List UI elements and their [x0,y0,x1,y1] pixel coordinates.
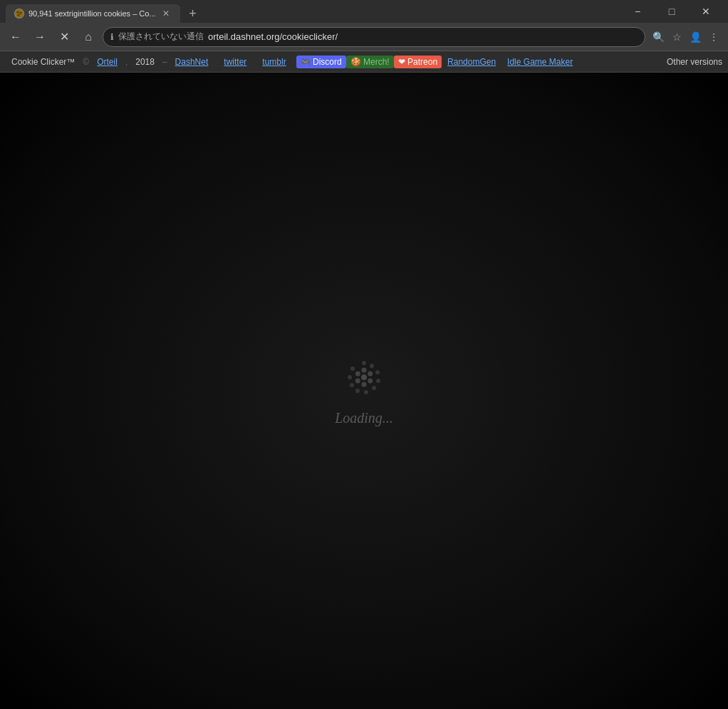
back-button[interactable]: ← [6,27,26,47]
svg-point-4 [361,374,367,380]
window-controls: − □ ✕ [621,0,722,23]
bookmark-twitter[interactable]: twitter [218,56,252,68]
bookmark-sep3: – [160,57,170,67]
maximize-button[interactable]: □ [655,0,688,23]
bookmark-cookie-clicker: Cookie Clicker™ [6,56,80,68]
tab-close-button[interactable]: ✕ [160,8,172,19]
bookmark-patreon[interactable]: ❤ Patreon [394,56,442,68]
home-button[interactable]: ⌂ [78,27,98,47]
minimize-button[interactable]: − [621,0,654,23]
address-bar[interactable]: ℹ 保護されていない通信 orteil.dashnet.org/cookiecl… [103,27,645,47]
cookie-spinner-svg [343,356,385,399]
active-tab[interactable]: 90,941 sextrigintillion cookies – Co... … [6,4,180,23]
bookmark-discord[interactable]: 🎮 Discord [296,56,346,68]
nav-bar: ← → ✕ ⌂ ℹ 保護されていない通信 orteil.dashnet.org/… [0,23,728,51]
close-button[interactable]: ✕ [690,0,722,23]
svg-point-8 [362,382,367,387]
forward-button[interactable]: → [30,27,50,47]
svg-point-6 [368,371,373,376]
bookmark-orteil[interactable]: Orteil [91,56,123,68]
svg-point-9 [355,378,360,383]
merch-icon: 🍪 [350,57,361,67]
bookmark-sep1: © [80,57,91,67]
stop-reload-button[interactable]: ✕ [54,27,74,47]
svg-point-20 [350,367,355,371]
insecure-icon: ℹ [110,32,114,42]
bookmark-idlegamemaker[interactable]: Idle Game Maker [501,56,578,68]
svg-point-3 [18,14,20,16]
main-content: Loading... [0,73,728,709]
bookmark-randomgen[interactable]: RandomGen [442,56,501,68]
bookmarks-right: Other versions [667,57,722,67]
svg-point-0 [15,9,24,18]
other-versions-link[interactable]: Other versions [667,57,722,67]
bookmark-star-button[interactable]: ☆ [668,28,685,46]
svg-point-10 [355,371,360,376]
search-button[interactable]: 🔍 [650,28,667,46]
title-bar: 90,941 sextrigintillion cookies – Co... … [0,0,728,23]
loading-text: Loading... [335,410,393,426]
bookmark-sep2: , [123,57,130,67]
svg-point-12 [370,364,374,368]
loading-spinner [343,356,385,399]
bookmark-merch[interactable]: 🍪 Merch! [346,56,394,68]
svg-point-15 [372,386,376,390]
svg-point-19 [348,375,352,379]
insecure-notice: 保護されていない通信 [118,31,204,43]
bookmark-tumblr[interactable]: tumblr [256,56,291,68]
svg-point-11 [362,361,366,365]
svg-point-1 [17,11,19,14]
nav-right-icons: 🔍 ☆ 👤 ⋮ [650,28,722,46]
patreon-icon: ❤ [398,57,405,67]
svg-point-2 [20,12,22,14]
svg-point-5 [362,367,367,372]
bookmark-year: 2018 [130,56,160,68]
svg-point-16 [364,390,368,394]
new-tab-button[interactable]: + [183,4,203,23]
svg-point-13 [375,370,380,374]
url-text: orteil.dashnet.org/cookieclicker/ [208,31,633,42]
tab-strip: 90,941 sextrigintillion cookies – Co... … [6,0,613,23]
svg-point-18 [350,383,354,387]
account-button[interactable]: 👤 [687,28,704,46]
discord-icon: 🎮 [301,58,311,66]
bookmark-dashnet[interactable]: DashNet [170,56,214,68]
bookmarks-bar: Cookie Clicker™ © Orteil , 2018 – DashNe… [0,51,728,73]
svg-point-14 [376,379,380,383]
svg-point-7 [368,378,373,383]
tab-title: 90,941 sextrigintillion cookies – Co... [28,9,156,18]
menu-button[interactable]: ⋮ [705,28,722,46]
svg-point-17 [355,389,360,393]
tab-favicon [14,9,24,19]
